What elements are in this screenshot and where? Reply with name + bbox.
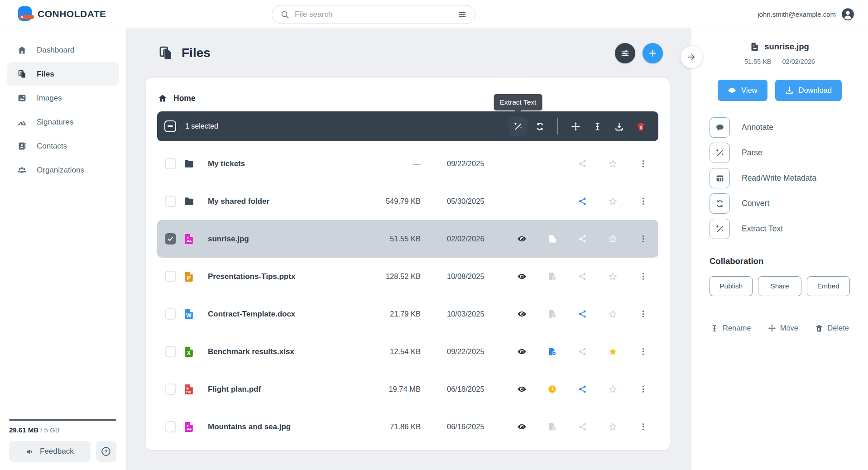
annotate-action[interactable]: Annotate <box>710 117 850 138</box>
preview-eye-icon[interactable] <box>513 380 531 398</box>
row-checkbox[interactable] <box>165 308 176 320</box>
share-icon[interactable] <box>574 230 592 248</box>
file-row[interactable]: Flight plan.pdf 19.74 MB 06/18/2025 <box>157 370 658 408</box>
feedback-button[interactable]: Feedback <box>9 441 91 462</box>
sidebar-item-signatures[interactable]: Signatures <box>7 110 119 134</box>
star-icon[interactable] <box>604 230 622 248</box>
view-button[interactable]: View <box>718 80 767 101</box>
file-row-selected[interactable]: sunrise.jpg 51.55 KB 02/02/2026 <box>157 220 658 258</box>
extract-text-button[interactable]: Extract Text <box>508 117 528 136</box>
row-checkbox[interactable] <box>165 384 176 395</box>
file-name[interactable]: My tickets <box>208 159 362 168</box>
star-icon[interactable] <box>604 418 622 436</box>
delete-button[interactable] <box>631 117 650 136</box>
add-new-button[interactable] <box>643 43 663 63</box>
file-row[interactable]: My tickets — 09/22/2025 <box>157 145 658 182</box>
preview-eye-icon[interactable] <box>513 418 531 436</box>
share-icon[interactable] <box>574 155 592 173</box>
star-icon[interactable] <box>604 380 622 398</box>
doc-status-icon[interactable] <box>543 418 561 436</box>
file-row[interactable]: My shared folder 549.79 KB 05/30/2025 <box>157 182 658 220</box>
row-menu-kebab-icon[interactable] <box>634 305 652 323</box>
file-name[interactable]: My shared folder <box>208 197 362 206</box>
parse-action[interactable]: Parse <box>710 143 850 163</box>
row-menu-kebab-icon[interactable] <box>634 418 652 436</box>
row-checkbox-checked[interactable] <box>165 233 176 245</box>
sidebar-item-contacts[interactable]: Contacts <box>7 134 119 158</box>
collapse-panel-button[interactable] <box>681 46 702 68</box>
rename-button[interactable] <box>588 117 607 136</box>
view-settings-button[interactable] <box>615 43 635 63</box>
file-name[interactable]: Benchmark results.xlsx <box>208 347 362 356</box>
download-button[interactable] <box>609 117 628 136</box>
row-menu-kebab-icon[interactable] <box>634 230 652 248</box>
doc-status-icon[interactable] <box>543 230 561 248</box>
file-name[interactable]: Contract-Template.docx <box>208 310 362 319</box>
row-checkbox[interactable] <box>165 271 176 282</box>
star-icon[interactable] <box>604 192 622 211</box>
doc-status-icon[interactable] <box>543 305 561 323</box>
breadcrumb[interactable]: Home <box>157 85 658 111</box>
file-name[interactable]: Presentations-Tips.pptx <box>208 272 362 281</box>
share-icon[interactable] <box>574 192 592 211</box>
convert-action[interactable]: Convert <box>710 193 850 214</box>
file-row[interactable]: Presentations-Tips.pptx 128.52 KB 10/08/… <box>157 258 658 295</box>
user-avatar-icon[interactable] <box>841 8 854 21</box>
metadata-action[interactable]: Read/Write Metadata <box>710 168 850 188</box>
file-row[interactable]: Contract-Template.docx 21.79 KB 10/03/20… <box>157 295 658 333</box>
preview-eye-icon[interactable] <box>513 230 531 248</box>
row-menu-kebab-icon[interactable] <box>634 155 652 173</box>
row-menu-kebab-icon[interactable] <box>634 268 652 286</box>
doc-status-icon[interactable] <box>543 268 561 286</box>
row-checkbox[interactable] <box>165 421 176 432</box>
star-icon[interactable] <box>604 268 622 286</box>
download-button[interactable]: Download <box>775 80 842 101</box>
row-menu-kebab-icon[interactable] <box>634 192 652 211</box>
sidebar-item-images[interactable]: Images <box>7 86 119 110</box>
row-checkbox[interactable] <box>165 346 176 357</box>
user-box[interactable]: john.smith@example.com <box>758 0 854 28</box>
row-checkbox[interactable] <box>165 158 176 169</box>
magic-wand-icon <box>513 122 523 131</box>
share-icon[interactable] <box>574 305 592 323</box>
row-menu-kebab-icon[interactable] <box>634 343 652 361</box>
search-filter-sliders-icon[interactable] <box>458 10 467 19</box>
select-all-checkbox[interactable] <box>164 120 176 132</box>
preview-eye-icon[interactable] <box>513 343 531 361</box>
help-button[interactable] <box>96 441 116 462</box>
star-icon[interactable] <box>604 305 622 323</box>
preview-eye-icon[interactable] <box>513 268 531 286</box>
file-name[interactable]: Flight plan.pdf <box>208 385 362 394</box>
preview-eye-icon[interactable] <box>513 305 531 323</box>
search-input[interactable] <box>295 10 452 19</box>
file-name[interactable]: Mountains and sea.jpg <box>208 422 362 432</box>
file-name[interactable]: sunrise.jpg <box>208 235 362 244</box>
share-icon[interactable] <box>574 268 592 286</box>
embed-button[interactable]: Embed <box>807 276 850 296</box>
sidebar-item-files[interactable]: Files <box>7 62 119 86</box>
search-bar[interactable] <box>272 5 475 24</box>
move-action[interactable]: Move <box>768 324 798 332</box>
delete-action[interactable]: Delete <box>815 324 849 332</box>
doc-status-icon[interactable] <box>543 343 561 361</box>
sidebar-item-dashboard[interactable]: Dashboard <box>7 38 119 62</box>
sidebar-item-organizations[interactable]: Organizations <box>7 158 119 182</box>
file-date: 10/03/2025 <box>421 310 507 318</box>
share-button[interactable]: Share <box>758 276 801 296</box>
share-icon[interactable] <box>574 380 592 398</box>
share-icon[interactable] <box>574 343 592 361</box>
row-menu-kebab-icon[interactable] <box>634 380 652 398</box>
star-icon-favorited[interactable] <box>604 343 622 361</box>
star-icon[interactable] <box>604 155 622 173</box>
publish-button[interactable]: Publish <box>710 276 753 296</box>
move-button[interactable] <box>566 117 585 136</box>
convert-button[interactable] <box>530 117 549 136</box>
extract-text-action[interactable]: Extract Text <box>710 219 850 239</box>
file-row[interactable]: Mountains and sea.jpg 71.86 KB 06/16/202… <box>157 408 658 446</box>
file-row[interactable]: Benchmark results.xlsx 12.54 KB 09/22/20… <box>157 333 658 370</box>
brand-logo[interactable]: CONHOLDATE <box>18 6 106 21</box>
row-checkbox[interactable] <box>165 196 176 207</box>
rename-action[interactable]: Rename <box>710 324 751 332</box>
clock-status-icon[interactable] <box>543 380 561 398</box>
share-icon[interactable] <box>574 418 592 436</box>
